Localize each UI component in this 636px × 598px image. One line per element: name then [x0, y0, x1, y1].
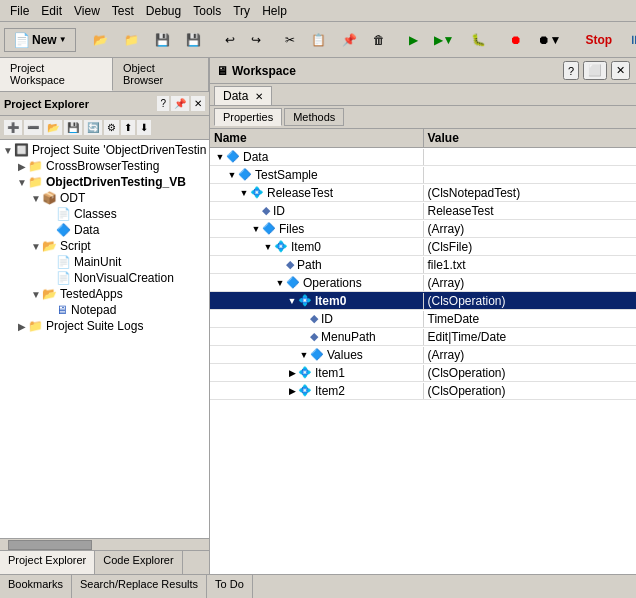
tree-toggle[interactable]: ▶: [16, 161, 28, 172]
open-file-btn[interactable]: 📂: [86, 30, 115, 50]
prop-expand[interactable]: ▶: [286, 386, 298, 396]
tree-node-icon: 📁: [28, 175, 43, 189]
tree-item[interactable]: ▼ 🔲 Project Suite 'ObjectDrivenTestin: [2, 142, 207, 158]
tree-item[interactable]: 📄 Classes: [2, 206, 207, 222]
data-tab-data[interactable]: Data ✕: [214, 86, 272, 105]
refresh-btn[interactable]: 🔄: [84, 120, 102, 135]
run-btn[interactable]: ▶: [402, 30, 425, 50]
arrow-down-btn2[interactable]: ⬇: [137, 120, 151, 135]
add-btn[interactable]: ➕: [4, 120, 22, 135]
open-btn[interactable]: 📂: [44, 120, 62, 135]
bottom-tab-search-replace-results[interactable]: Search/Replace Results: [72, 575, 207, 598]
paste-btn[interactable]: 📌: [335, 30, 364, 50]
tree-node-icon: 📂: [42, 239, 57, 253]
left-tab-project-explorer[interactable]: Project Explorer: [0, 551, 95, 574]
tree-item[interactable]: 🖥 Notepad: [2, 302, 207, 318]
prop-expand[interactable]: ▼: [214, 152, 226, 162]
tree-item[interactable]: 🔷 Data: [2, 222, 207, 238]
tree-item[interactable]: 📄 MainUnit: [2, 254, 207, 270]
tree-item[interactable]: 📄 NonVisualCreation: [2, 270, 207, 286]
settings-btn[interactable]: ⚙: [104, 120, 119, 135]
record-btn[interactable]: ⏺: [503, 30, 529, 50]
copy-btn[interactable]: 📋: [304, 30, 333, 50]
menu-item-tools[interactable]: Tools: [187, 2, 227, 20]
menu-item-file[interactable]: File: [4, 2, 35, 20]
left-tab-code-explorer[interactable]: Code Explorer: [95, 551, 182, 574]
workspace-help-btn[interactable]: ?: [563, 61, 579, 80]
bottom-tab-to-do[interactable]: To Do: [207, 575, 253, 598]
menu-item-help[interactable]: Help: [256, 2, 293, 20]
delete-btn[interactable]: 🗑: [366, 30, 392, 50]
data-tab-close-btn[interactable]: ✕: [255, 91, 263, 102]
props-row[interactable]: ▼ 🔷 Operations (Array): [210, 274, 636, 292]
explorer-close-btn[interactable]: ✕: [191, 96, 205, 111]
bottom-tab-bookmarks[interactable]: Bookmarks: [0, 575, 72, 598]
save-all-btn[interactable]: 💾: [179, 30, 208, 50]
arrow-up-btn[interactable]: ⬆: [121, 120, 135, 135]
pause-btn[interactable]: ⏸▼: [621, 30, 636, 50]
workspace-close-btn[interactable]: ✕: [611, 61, 630, 80]
new-btn[interactable]: 📄 New ▼: [4, 28, 76, 52]
props-row[interactable]: ◆ ID TimeDate: [210, 310, 636, 328]
props-row[interactable]: ▼ 💠 Item0 (ClsOperation): [210, 292, 636, 310]
prop-expand[interactable]: ▼: [274, 278, 286, 288]
tab-object-browser[interactable]: Object Browser: [113, 58, 209, 91]
record-drop-btn[interactable]: ⏺▼: [531, 30, 569, 50]
menu-item-test[interactable]: Test: [106, 2, 140, 20]
tree-scrollbar-h[interactable]: [0, 538, 209, 550]
props-row[interactable]: ▼ 💠 Item0 (ClsFile): [210, 238, 636, 256]
tree-toggle[interactable]: ▼: [30, 241, 42, 252]
prop-expand[interactable]: ▼: [238, 188, 250, 198]
props-cell-value: (Array): [424, 347, 637, 363]
prop-name-label: Item2: [315, 384, 345, 398]
prop-expand[interactable]: ▶: [286, 368, 298, 378]
save-btn[interactable]: 💾: [64, 120, 82, 135]
methods-btn[interactable]: Methods: [284, 108, 344, 126]
props-row[interactable]: ◆ MenuPath Edit|Time/Date: [210, 328, 636, 346]
props-row[interactable]: ▼ 💠 ReleaseTest (ClsNotepadTest): [210, 184, 636, 202]
tree-item[interactable]: ▶ 📁 Project Suite Logs: [2, 318, 207, 334]
props-row[interactable]: ▶ 💠 Item2 (ClsOperation): [210, 382, 636, 400]
tree-toggle[interactable]: ▼: [16, 177, 28, 188]
tree-item[interactable]: ▶ 📁 CrossBrowserTesting: [2, 158, 207, 174]
prop-expand[interactable]: ▼: [286, 296, 298, 306]
open-proj-btn[interactable]: 📁: [117, 30, 146, 50]
prop-expand[interactable]: ▼: [250, 224, 262, 234]
stop-btn[interactable]: Stop: [578, 30, 619, 50]
workspace-float-btn[interactable]: ⬜: [583, 61, 607, 80]
props-row[interactable]: ◆ Path file1.txt: [210, 256, 636, 274]
properties-btn[interactable]: Properties: [214, 108, 282, 126]
props-row[interactable]: ▼ 🔷 TestSample: [210, 166, 636, 184]
cut-btn[interactable]: ✂: [278, 30, 302, 50]
menu-item-debug[interactable]: Debug: [140, 2, 187, 20]
tree-toggle[interactable]: ▼: [2, 145, 14, 156]
props-row[interactable]: ◆ ID ReleaseTest: [210, 202, 636, 220]
tree-item[interactable]: ▼ 📂 TestedApps: [2, 286, 207, 302]
tree-node-icon: 📁: [28, 159, 43, 173]
explorer-pin-btn[interactable]: 📌: [171, 96, 189, 111]
props-row[interactable]: ▼ 🔷 Data: [210, 148, 636, 166]
save-file-btn[interactable]: 💾: [148, 30, 177, 50]
tab-project-workspace[interactable]: Project Workspace: [0, 58, 113, 91]
tree-toggle[interactable]: ▶: [16, 321, 28, 332]
props-row[interactable]: ▼ 🔷 Files (Array): [210, 220, 636, 238]
redo-btn[interactable]: ↪: [244, 30, 268, 50]
tree-toggle[interactable]: ▼: [30, 193, 42, 204]
run-drop-btn[interactable]: ▶▼: [427, 30, 462, 50]
remove-btn[interactable]: ➖: [24, 120, 42, 135]
tree-item[interactable]: ▼ 📦 ODT: [2, 190, 207, 206]
prop-expand[interactable]: ▼: [226, 170, 238, 180]
prop-expand[interactable]: ▼: [262, 242, 274, 252]
menu-item-try[interactable]: Try: [227, 2, 256, 20]
tree-item[interactable]: ▼ 📂 Script: [2, 238, 207, 254]
props-row[interactable]: ▼ 🔷 Values (Array): [210, 346, 636, 364]
prop-expand[interactable]: ▼: [298, 350, 310, 360]
props-row[interactable]: ▶ 💠 Item1 (ClsOperation): [210, 364, 636, 382]
explorer-help-btn[interactable]: ?: [157, 96, 169, 111]
debug-btn[interactable]: 🐛: [464, 30, 493, 50]
menu-item-view[interactable]: View: [68, 2, 106, 20]
tree-item[interactable]: ▼ 📁 ObjectDrivenTesting_VB: [2, 174, 207, 190]
menu-item-edit[interactable]: Edit: [35, 2, 68, 20]
undo-btn[interactable]: ↩: [218, 30, 242, 50]
tree-toggle[interactable]: ▼: [30, 289, 42, 300]
